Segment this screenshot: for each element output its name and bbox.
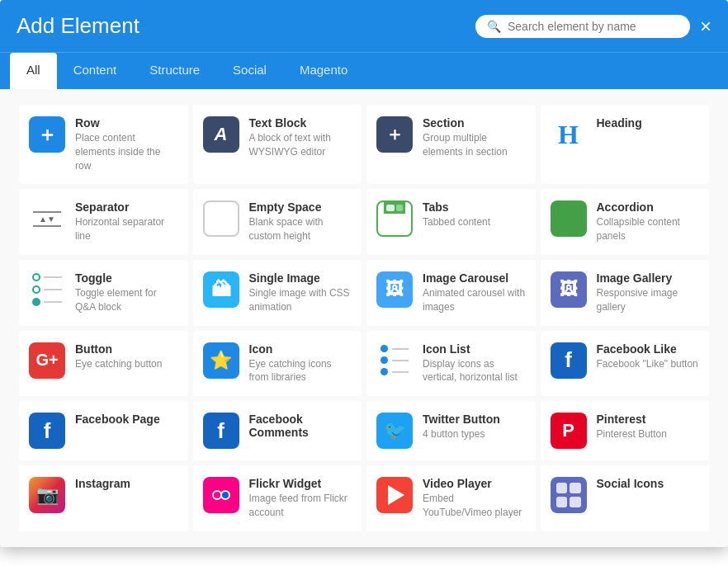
element-icon-list[interactable]: Icon List Display icons as vertical, hor… <box>366 331 536 397</box>
element-flickr[interactable]: Flickr Widget Image feed from Flickr acc… <box>193 465 362 531</box>
element-separator[interactable]: ▲▼ Separator Horizontal separator line <box>19 189 188 255</box>
search-icon: 🔍 <box>487 20 501 33</box>
close-button[interactable]: × <box>700 17 711 36</box>
facebook-like-icon: f <box>551 342 587 379</box>
tabs-desc: Tabbed content <box>423 215 526 229</box>
element-icon[interactable]: ⭐ Icon Eye catching icons from libraries <box>193 331 362 397</box>
row-name: Row <box>75 116 178 130</box>
pinterest-icon: P <box>551 413 587 449</box>
facebook-like-desc: Facebook "Like" button <box>597 357 700 371</box>
element-accordion[interactable]: Accordion Collapsible content panels <box>541 189 710 255</box>
accordion-desc: Collapsible content panels <box>597 215 700 243</box>
heading-icon: H <box>551 116 587 153</box>
instagram-name: Instagram <box>75 477 178 490</box>
header-right: 🔍 × <box>475 15 711 38</box>
element-facebook-page[interactable]: f Facebook Page <box>19 401 188 460</box>
icon-list-name: Icon List <box>423 342 526 356</box>
social-icons-name: Social Icons <box>597 477 700 490</box>
element-image-gallery[interactable]: 🖼 Image Gallery Responsive image gallery <box>541 260 710 326</box>
section-icon: ＋ <box>376 116 413 153</box>
pinterest-name: Pinterest <box>597 413 700 426</box>
element-section[interactable]: ＋ Section Group multiple elements in sec… <box>366 105 536 184</box>
image-gallery-name: Image Gallery <box>597 271 700 285</box>
flickr-desc: Image feed from Flickr account <box>249 492 352 520</box>
tab-magento[interactable]: Magento <box>283 53 364 89</box>
single-image-icon: 🏔 <box>203 271 239 308</box>
single-image-name: Single Image <box>249 271 352 285</box>
element-facebook-like[interactable]: f Facebook Like Facebook "Like" button <box>541 331 710 397</box>
text-block-name: Text Block <box>249 116 352 130</box>
icon-list-desc: Display icons as vertical, horizontal li… <box>423 357 526 385</box>
add-element-modal: Add Element 🔍 × All Content Structure So… <box>0 0 728 547</box>
image-gallery-desc: Responsive image gallery <box>597 286 700 314</box>
tab-content[interactable]: Content <box>57 53 134 89</box>
element-single-image[interactable]: 🏔 Single Image Single image with CSS ani… <box>193 260 362 326</box>
button-icon: G+ <box>29 342 65 379</box>
image-carousel-name: Image Carousel <box>423 271 526 285</box>
element-pinterest[interactable]: P Pinterest Pinterest Button <box>541 401 710 460</box>
section-name: Section <box>423 116 526 130</box>
icon-list-icon <box>376 342 413 379</box>
tab-all[interactable]: All <box>10 53 57 89</box>
heading-name: Heading <box>597 116 700 130</box>
element-tabs[interactable]: Tabs Tabbed content <box>366 189 536 255</box>
video-player-icon <box>376 477 413 513</box>
twitter-button-desc: 4 button types <box>423 427 526 441</box>
text-block-desc: A block of text with WYSIWYG editor <box>249 131 352 159</box>
tabs-icon <box>376 200 413 237</box>
element-twitter-button[interactable]: 🐦 Twitter Button 4 button types <box>366 401 536 460</box>
flickr-icon <box>203 477 239 513</box>
elements-grid: ＋ Row Place content elements inside the … <box>17 102 711 534</box>
toggle-icon <box>29 271 65 308</box>
element-video-player[interactable]: Video Player Embed YouTube/Vimeo player <box>366 465 536 531</box>
button-desc: Eye catching button <box>75 357 178 371</box>
search-input[interactable] <box>508 20 678 33</box>
tabs-name: Tabs <box>423 200 526 214</box>
toggle-name: Toggle <box>75 271 178 285</box>
accordion-icon <box>551 200 587 237</box>
separator-name: Separator <box>75 200 178 214</box>
tab-social[interactable]: Social <box>216 53 283 89</box>
facebook-comments-icon: f <box>203 413 239 449</box>
element-empty-space[interactable]: Empty Space Blank space with custom heig… <box>193 189 362 255</box>
text-block-icon: A <box>203 116 239 153</box>
element-text-block[interactable]: A Text Block A block of text with WYSIWY… <box>193 105 362 184</box>
element-social-icons[interactable]: Social Icons <box>541 465 710 531</box>
pinterest-desc: Pinterest Button <box>597 427 700 441</box>
section-desc: Group multiple elements in section <box>423 131 526 159</box>
video-player-name: Video Player <box>423 477 526 490</box>
social-icons-icon <box>551 477 587 513</box>
modal-header: Add Element 🔍 × <box>0 0 728 52</box>
search-box: 🔍 <box>475 15 690 38</box>
icon-desc: Eye catching icons from libraries <box>249 357 352 385</box>
row-icon: ＋ <box>29 116 65 153</box>
empty-space-icon <box>203 200 239 237</box>
image-gallery-icon: 🖼 <box>551 271 587 308</box>
toggle-desc: Toggle element for Q&A block <box>75 286 178 314</box>
element-facebook-comments[interactable]: f Facebook Comments <box>193 401 362 460</box>
element-heading[interactable]: H Heading <box>541 105 710 184</box>
empty-space-desc: Blank space with custom height <box>249 215 352 243</box>
separator-icon: ▲▼ <box>29 200 65 237</box>
twitter-button-icon: 🐦 <box>376 413 413 449</box>
element-instagram[interactable]: 📷 Instagram <box>19 465 188 531</box>
image-carousel-icon: 🖼 <box>376 271 413 308</box>
element-row[interactable]: ＋ Row Place content elements inside the … <box>19 105 188 184</box>
tab-structure[interactable]: Structure <box>133 53 216 89</box>
accordion-name: Accordion <box>597 200 700 214</box>
facebook-comments-name: Facebook Comments <box>249 413 352 439</box>
twitter-button-name: Twitter Button <box>423 413 526 426</box>
element-toggle[interactable]: Toggle Toggle element for Q&A block <box>19 260 188 326</box>
element-button[interactable]: G+ Button Eye catching button <box>19 331 188 397</box>
image-carousel-desc: Animated carousel with images <box>423 286 526 314</box>
empty-space-name: Empty Space <box>249 200 352 214</box>
icon-name: Icon <box>249 342 352 356</box>
facebook-page-icon: f <box>29 413 65 449</box>
facebook-like-name: Facebook Like <box>597 342 700 356</box>
element-image-carousel[interactable]: 🖼 Image Carousel Animated carousel with … <box>366 260 536 326</box>
instagram-icon: 📷 <box>29 477 65 513</box>
modal-title: Add Element <box>17 13 139 39</box>
tabs-bar: All Content Structure Social Magento <box>0 52 728 89</box>
row-desc: Place content elements inside the row <box>75 131 178 172</box>
button-name: Button <box>75 342 178 356</box>
